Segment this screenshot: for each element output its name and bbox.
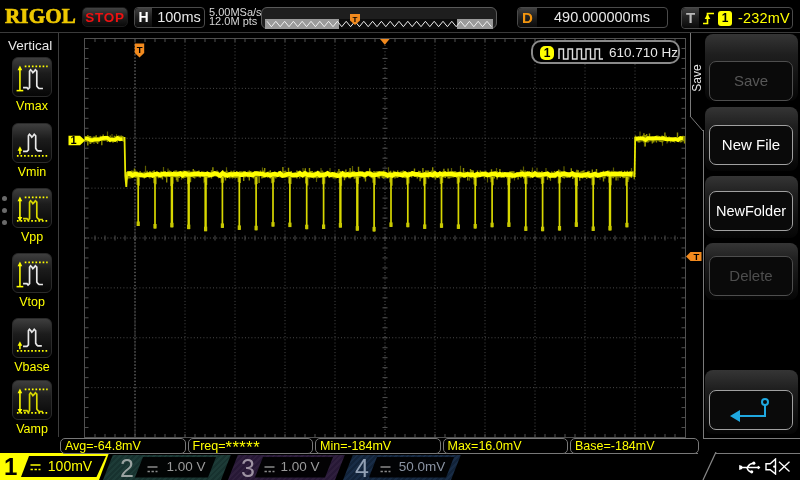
svg-text:T: T (137, 44, 143, 55)
svg-text:1: 1 (70, 134, 76, 146)
svg-text:T: T (353, 15, 358, 24)
svg-text:T: T (693, 251, 699, 262)
